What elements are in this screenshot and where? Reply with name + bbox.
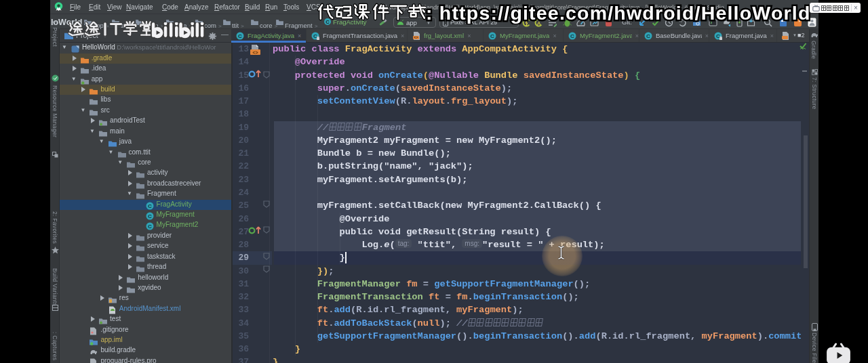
svg-text:C: C [148,213,152,219]
svg-text:C: C [148,223,152,230]
svg-text:<>: <> [414,35,418,39]
svg-text:C: C [238,33,242,39]
svg-text:C: C [148,203,152,209]
svg-text:C: C [490,33,494,39]
svg-text:C: C [570,33,574,39]
svg-text:C: C [646,33,650,39]
